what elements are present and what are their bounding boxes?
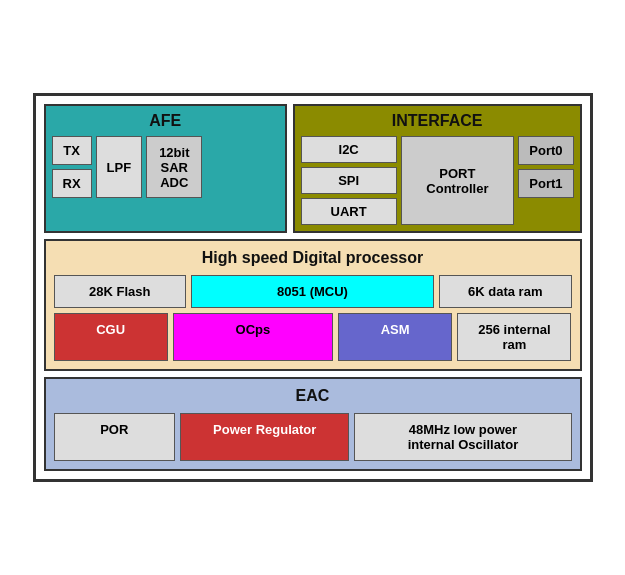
dsp-row2: CGU OCps ASM 256 internal ram [54,313,572,361]
port-controller-box: PORT Controller [401,136,515,225]
dsp-block: High speed Digital processor 28K Flash 8… [44,239,582,371]
spi-box: SPI [301,167,397,194]
dsp-row1: 28K Flash 8051 (MCU) 6K data ram [54,275,572,308]
por-box: POR [54,413,176,461]
afe-inner: TX RX LPF 12bit SAR ADC [52,136,279,198]
eac-title: EAC [54,387,572,405]
interface-block: INTERFACE I2C SPI UART PORT Controller P… [293,104,582,233]
int-ram-box: 256 internal ram [457,313,571,361]
dsp-title: High speed Digital processor [54,249,572,267]
interface-title: INTERFACE [301,112,574,130]
afe-txrx: TX RX [52,136,92,198]
power-reg-box: Power Regulator [180,413,349,461]
oscillator-box: 48MHz low power internal Oscillator [354,413,571,461]
ocps-box: OCps [173,313,333,361]
interface-inner: I2C SPI UART PORT Controller Port0 Port1 [301,136,574,225]
protocol-list: I2C SPI UART [301,136,397,225]
adc-box: 12bit SAR ADC [146,136,202,198]
rx-box: RX [52,169,92,198]
i2c-box: I2C [301,136,397,163]
eac-block: EAC POR Power Regulator 48MHz low power … [44,377,582,471]
tx-box: TX [52,136,92,165]
flash-box: 28K Flash [54,275,187,308]
afe-block: AFE TX RX LPF 12bit SAR ADC [44,104,287,233]
port-list: Port0 Port1 [518,136,573,225]
data-ram-box: 6K data ram [439,275,572,308]
uart-box: UART [301,198,397,225]
chip-diagram: AFE TX RX LPF 12bit SAR ADC INTERFACE I2… [33,93,593,482]
cgu-box: CGU [54,313,168,361]
mcu-box: 8051 (MCU) [191,275,434,308]
afe-title: AFE [52,112,279,130]
port1-box: Port1 [518,169,573,198]
lpf-box: LPF [96,136,143,198]
top-row: AFE TX RX LPF 12bit SAR ADC INTERFACE I2… [44,104,582,233]
asm-box: ASM [338,313,452,361]
eac-row: POR Power Regulator 48MHz low power inte… [54,413,572,461]
port0-box: Port0 [518,136,573,165]
